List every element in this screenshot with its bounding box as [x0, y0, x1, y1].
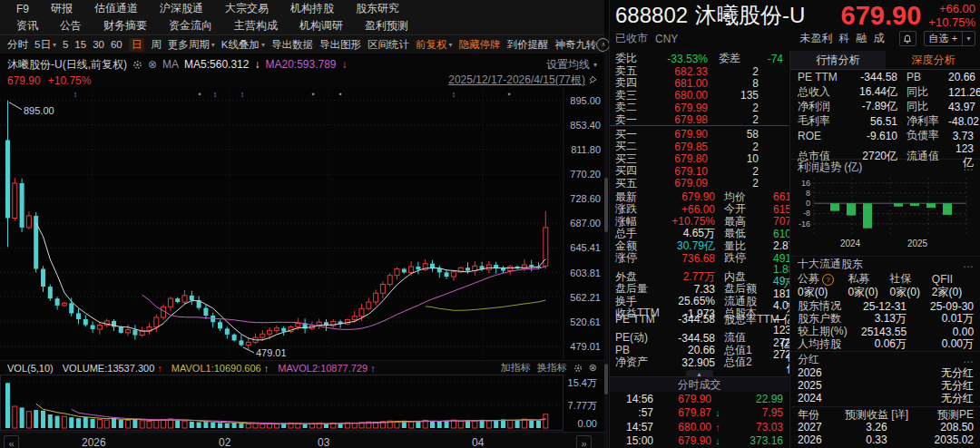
stock-tag: 融 — [857, 31, 867, 46]
tab-deep-analysis[interactable]: 深度分析 — [886, 51, 980, 69]
candle-body — [126, 330, 131, 333]
ask-row[interactable]: 卖一 679.98 2 — [610, 112, 789, 124]
tape-row[interactable]: :57 679.87 ↓ 7.95 — [610, 406, 789, 421]
toolbar-item[interactable]: 到价提醒 ▾ — [506, 38, 548, 52]
menu-item[interactable]: 公告 — [60, 18, 82, 34]
volume-svg — [0, 375, 564, 432]
tape-row[interactable]: 14:57 680.00 ↑ 73.03 — [610, 420, 789, 434]
chevron-down-icon: ▼ — [962, 32, 975, 45]
menu-item[interactable]: 沪深股通 — [160, 1, 203, 16]
profit-bar — [926, 203, 936, 208]
more-button[interactable]: … — [963, 353, 974, 365]
visible-range[interactable]: 2025/12/17-2026/4/15(77根) — [448, 73, 597, 88]
menu-item[interactable]: 盈利预测 — [365, 18, 408, 34]
tab-quote-analysis[interactable]: 行情分析 — [790, 51, 886, 69]
more-button[interactable]: … — [963, 258, 974, 270]
candle-body — [190, 296, 194, 300]
menu-item[interactable]: 股东研究 — [356, 1, 399, 16]
toolbar-item[interactable]: 导出图形 ▾ — [319, 38, 361, 52]
gear-icon[interactable] — [132, 60, 142, 70]
toolbar-item[interactable]: 导出数据 ▾ — [271, 38, 313, 52]
scroll-left-button[interactable]: « — [4, 435, 19, 448]
close-icon[interactable]: ⊗ — [148, 58, 157, 71]
ask-row[interactable]: 卖二 679.99 2 — [610, 100, 789, 112]
dividends-header: 分红 … — [790, 351, 980, 366]
toolbar-item[interactable]: 分时 ▾ — [7, 38, 28, 52]
quote-percent: +10.75% — [928, 15, 975, 29]
candle-body — [55, 298, 60, 306]
bid-row[interactable]: 买四 679.10 2 — [610, 163, 789, 175]
toolbar-item[interactable]: 区间统计 ▾ — [368, 38, 409, 52]
volume-bar — [218, 423, 222, 428]
volume-bar — [508, 420, 513, 428]
menu-item[interactable]: 机构持股 — [290, 1, 334, 16]
holders-header: 十大流通股东 … — [790, 256, 980, 271]
scroll-right-button[interactable]: » — [576, 435, 592, 448]
menu-item[interactable]: 机构调研 — [299, 18, 343, 34]
toolbar-item[interactable]: 15 ▾ — [74, 39, 86, 50]
bid-levels: 买一 679.90 58 买二 679.85 2 买三 679.80 10 买四… — [610, 127, 789, 188]
bid-row[interactable]: 买三 679.80 10 — [610, 151, 789, 163]
menu-item[interactable]: 主营构成 — [234, 18, 278, 34]
volume-bar — [324, 424, 328, 428]
close-icon[interactable]: ⊗ — [589, 362, 597, 374]
gear-icon[interactable] — [573, 364, 583, 373]
profit-group-label: 2024 — [840, 239, 861, 248]
tape-row[interactable]: 14:56 679.90 22.99 — [610, 392, 789, 406]
switch-indicator-button[interactable]: 换指标 — [537, 361, 567, 375]
menu-item[interactable]: 财务摘要 — [103, 18, 147, 34]
candle-body — [260, 334, 265, 337]
candle-body — [41, 269, 45, 287]
add-indicator-button[interactable]: 加指标 — [501, 361, 531, 375]
menu-item[interactable]: F9 — [16, 3, 29, 15]
menu-item[interactable]: 估值通道 — [94, 1, 138, 16]
menu-item[interactable]: 资金流向 — [169, 18, 212, 34]
bid-row[interactable]: 买二 679.85 2 — [610, 139, 789, 151]
event-marker-icon: • — [198, 90, 201, 99]
toolbar-item[interactable]: 神奇九转 ▾ — [554, 38, 596, 52]
more-button[interactable]: … — [963, 161, 974, 173]
analysis-stat-row: 毛利率 56.51 净利率 -48.02 — [790, 113, 980, 128]
ask-row[interactable]: 卖四 681.00 8 — [610, 75, 789, 87]
candle-body — [374, 293, 378, 302]
alert-bell-button[interactable] — [899, 31, 916, 46]
bid-row[interactable]: 买一 679.90 58 — [610, 127, 789, 139]
menu-item[interactable]: 大宗交易 — [225, 1, 269, 16]
weibi-value: -33.53% — [646, 53, 708, 65]
toolbar-item[interactable]: 日 ▾ — [129, 38, 145, 52]
toolbar-item[interactable]: 前复权 ▾ — [416, 38, 453, 52]
toolbar-item[interactable]: 5日 ▾ — [34, 38, 56, 52]
volume-bar — [5, 383, 10, 428]
toolbar-item[interactable]: 隐藏停牌 ▾ — [458, 38, 500, 52]
toolbar-item[interactable]: 更多周期 ▾ — [168, 38, 215, 52]
candle-body — [154, 317, 159, 326]
forecast-row: 2026 0.33 2035.02 — [790, 433, 980, 446]
add-watchlist-button[interactable]: 自选 + ▼ — [924, 31, 975, 46]
trade-direction-icon: ↓ — [711, 407, 724, 418]
menu-item[interactable]: 资讯 — [16, 18, 38, 34]
ask-row[interactable]: 卖五 682.33 2 — [610, 63, 789, 75]
candle-body — [119, 326, 123, 333]
chart-scrollbar[interactable] — [604, 51, 608, 448]
kline-chart[interactable]: ↕•↕↕••↕•895.00479.01895.00853.40811.8077… — [0, 88, 604, 360]
scrollbar-thumb[interactable] — [604, 364, 608, 394]
collapse-tape-button[interactable]: ▲ — [686, 370, 713, 377]
toolbar-item[interactable]: 60 ▾ — [111, 39, 122, 50]
event-marker-icon: ↕ — [213, 90, 218, 99]
menu-item[interactable]: 研报 — [51, 1, 73, 16]
toolbar-item[interactable]: 5 ▾ — [63, 39, 68, 50]
ma-settings-button[interactable]: 设置均线▾ — [546, 57, 597, 73]
toolbar-item[interactable]: K线叠加 ▾ — [221, 38, 265, 52]
bid-row[interactable]: 买五 679.09 2 — [610, 176, 789, 188]
toolbar-item[interactable]: 30 ▾ — [93, 39, 104, 50]
forecast-header: 年份 预测收益 [详] 预测PE — [790, 406, 980, 421]
toolbar-item[interactable]: 周 ▾ — [151, 38, 162, 52]
volume-chart[interactable]: 15.4万7.77万0.00 — [0, 375, 604, 432]
y-axis-label: 811.80 — [561, 144, 601, 155]
scrollbar-thumb[interactable] — [604, 178, 608, 232]
ask-row[interactable]: 卖三 680.00 135 — [610, 88, 789, 100]
menu-row-1: F9研报估值通道沪深股通大宗交易机构持股股东研究 — [0, 0, 604, 17]
candle-body — [203, 308, 208, 316]
tape-row[interactable]: 15:00 679.90 ↓ 373.16 — [610, 434, 789, 448]
holder-col: QFII — [932, 273, 974, 286]
